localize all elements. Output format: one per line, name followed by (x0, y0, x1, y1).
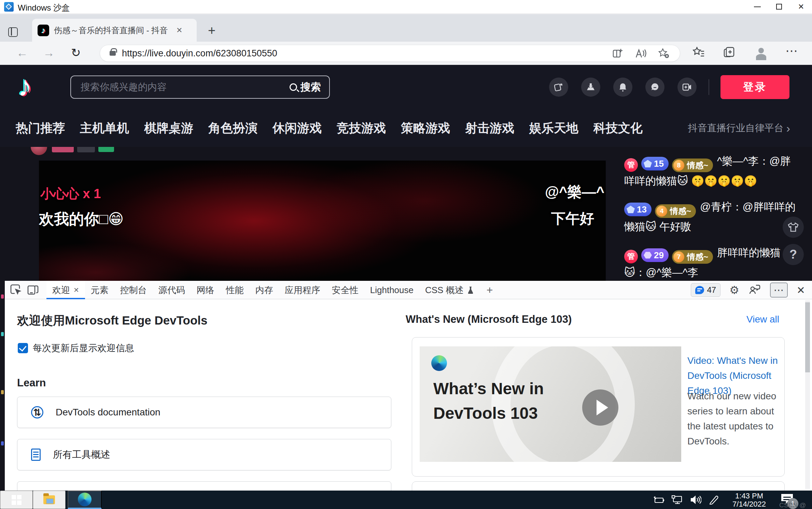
video-mention: @^樂—^ (545, 182, 604, 202)
scrollbar-thumb[interactable] (805, 302, 810, 372)
gift-banner: 小心心 x 1 (40, 185, 101, 203)
tab-console[interactable]: 控制台 (114, 281, 153, 299)
devtools-menu-button[interactable]: ⋯ (770, 283, 788, 298)
devtools-close-button[interactable]: ✕ (797, 284, 805, 296)
add-favorite-icon[interactable] (658, 48, 670, 59)
issues-icon (695, 286, 704, 294)
tab-close-button[interactable]: ✕ (176, 26, 182, 35)
devtools-bar-actions: 47 ⚙ ⋯ ✕ (691, 281, 805, 299)
tab-performance[interactable]: 性能 (220, 281, 250, 299)
tshirt-icon (787, 222, 799, 232)
clock-time: 1:43 PM (725, 492, 773, 500)
chat-message: 管158情感~^樂—^李：@胖咩咩的懒猫🐱 🤫🤫🤫🤫🤫 (624, 152, 798, 190)
tab-css-overview[interactable]: CSS 概述 (419, 281, 480, 299)
collections-icon[interactable] (723, 46, 736, 59)
issues-counter-button[interactable]: 47 (691, 283, 720, 297)
nav-item-console[interactable]: 主机单机 (80, 120, 129, 137)
volume-icon[interactable] (690, 495, 701, 505)
more-tools-button[interactable]: + (480, 281, 500, 299)
messages-icon[interactable] (645, 78, 664, 97)
file-explorer-button[interactable] (33, 491, 66, 509)
device-toolbar-icon[interactable] (26, 284, 40, 297)
heart-level-icon: 4 (656, 206, 667, 217)
card-tools-overview[interactable]: 所有工具概述 (17, 439, 391, 470)
browser-tab-douyin[interactable]: ♪ 伤感～音乐的抖音直播间 - 抖音 ✕ (32, 19, 197, 42)
back-button[interactable]: ← (16, 46, 28, 59)
tab-application[interactable]: 应用程序 (279, 281, 326, 299)
chat-message: 134情感~@青柠：@胖咩咩的懒猫🐱 午好嗷 (624, 198, 798, 236)
view-all-link[interactable]: View all (746, 314, 779, 325)
screencast-icon[interactable] (549, 78, 568, 97)
video-thumbnail[interactable]: What’s New in DevTools 103 (420, 346, 681, 462)
dress-up-button[interactable] (783, 217, 804, 238)
chat-message: 管297情感~胖咩咩的懒猫🐱：@^樂—^李 (624, 244, 798, 281)
login-button[interactable]: 登录 (720, 75, 789, 99)
upload-video-icon[interactable] (677, 78, 697, 97)
pen-icon[interactable] (708, 495, 718, 505)
tab-actions-icon (8, 27, 18, 37)
industry-self-discipline-link[interactable]: 抖音直播行业自律平台 › (688, 122, 790, 135)
tab-close-icon[interactable]: ✕ (73, 286, 79, 294)
tab-welcome[interactable]: 欢迎✕ (46, 281, 85, 299)
favorites-icon[interactable] (692, 46, 705, 59)
new-tab-button[interactable]: + (204, 23, 219, 38)
inspect-element-icon[interactable] (9, 284, 23, 297)
streamer-avatar (31, 147, 47, 155)
play-button-icon[interactable] (582, 389, 618, 426)
folder-icon (43, 495, 55, 504)
url-text[interactable]: https://live.douyin.com/623080150550 (122, 48, 612, 59)
nav-item-shooter[interactable]: 射击游戏 (465, 120, 514, 137)
tab-security[interactable]: 安全性 (326, 281, 364, 299)
video-greeting: 下午好 (551, 209, 594, 228)
header-divider (709, 79, 709, 95)
heart-level-icon: 7 (673, 251, 684, 262)
edge-taskbar-button[interactable] (68, 491, 102, 509)
tab-actions-button[interactable] (6, 26, 20, 39)
whats-new-card-clipped (412, 481, 785, 491)
window-minimize-button[interactable] (746, 0, 768, 14)
taskbar-clock[interactable]: 1:43 PM 7/14/2022 (725, 492, 773, 508)
settings-menu-button[interactable]: ⋯ (785, 44, 798, 58)
show-welcome-checkbox[interactable]: 每次更新后显示欢迎信息 (18, 342, 134, 354)
feedback-icon[interactable] (748, 284, 761, 297)
nav-item-boardgames[interactable]: 棋牌桌游 (144, 120, 193, 137)
whats-new-card: What’s New in DevTools 103 Video: What's… (412, 337, 785, 477)
read-aloud-icon[interactable] (635, 48, 646, 59)
nav-item-strategy[interactable]: 策略游戏 (401, 120, 450, 137)
nav-item-roleplay[interactable]: 角色扮演 (208, 120, 257, 137)
nav-item-casual[interactable]: 休闲游戏 (272, 120, 322, 137)
split-screen-icon[interactable] (612, 48, 623, 59)
checkbox-checked-icon[interactable] (18, 343, 28, 353)
forward-button[interactable]: → (43, 46, 55, 59)
help-button[interactable]: ? (783, 244, 804, 265)
live-video-player[interactable]: 小心心 x 1 欢我的你□😁 @^樂—^ 下午好 (39, 161, 606, 281)
devtools-tab-bar: 欢迎✕ 元素 控制台 源代码 网络 性能 内存 应用程序 安全性 Lightho… (5, 281, 812, 299)
reload-button[interactable]: ↻ (71, 46, 81, 59)
lock-icon (110, 51, 116, 56)
address-bar[interactable]: https://live.douyin.com/623080150550 (100, 45, 680, 62)
nav-item-entertainment[interactable]: 娱乐天地 (529, 120, 578, 137)
battery-icon[interactable] (653, 495, 664, 505)
search-button[interactable]: 搜索 (290, 80, 329, 94)
fanclub-badge: 7情感~ (672, 250, 713, 264)
card-clipped[interactable] (17, 481, 391, 491)
window-maximize-button[interactable] (768, 0, 790, 14)
devtools-settings-icon[interactable]: ⚙ (729, 284, 739, 297)
tab-network[interactable]: 网络 (191, 281, 220, 299)
search-input[interactable] (71, 82, 290, 93)
nav-item-hot[interactable]: 热门推荐 (16, 120, 65, 137)
card-devtools-documentation[interactable]: ⇅ DevTools documentation (17, 397, 391, 428)
experiment-flask-icon (467, 286, 474, 294)
tab-memory[interactable]: 内存 (250, 281, 279, 299)
window-close-button[interactable]: ✕ (790, 0, 812, 14)
nav-item-tech[interactable]: 科技文化 (593, 120, 643, 137)
notifications-bell-icon[interactable] (613, 78, 632, 97)
tab-elements[interactable]: 元素 (85, 281, 114, 299)
fanclub-badge: 4情感~ (655, 204, 696, 218)
download-icon[interactable] (581, 78, 600, 97)
start-button[interactable] (0, 491, 33, 509)
tab-sources[interactable]: 源代码 (153, 281, 191, 299)
network-icon[interactable] (671, 495, 683, 505)
tab-lighthouse[interactable]: Lighthouse (364, 281, 419, 299)
nav-item-competitive[interactable]: 竞技游戏 (337, 120, 386, 137)
